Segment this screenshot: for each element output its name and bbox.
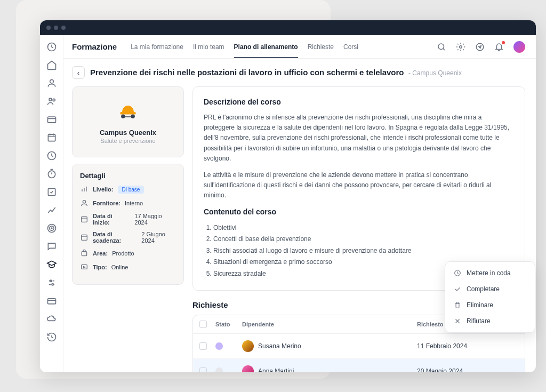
tab-training-plan[interactable]: Piano di allenamento	[234, 43, 298, 58]
tab-courses[interactable]: Corsi	[343, 43, 358, 51]
content-item: Obiettivi	[213, 222, 514, 234]
brand-title: Formazione	[72, 42, 117, 51]
due-label: Data di scadenza:	[93, 231, 137, 244]
details-card: Dettagli Livello: Di base Fornitore: Int…	[72, 164, 184, 285]
description-para1: PRL è l'acronimo che si riferisce alla p…	[204, 113, 514, 164]
trash-icon	[454, 301, 461, 309]
svg-point-3	[53, 99, 55, 101]
menu-complete[interactable]: Completare	[448, 281, 532, 297]
area-label: Area:	[93, 250, 108, 257]
check-square-icon[interactable]	[46, 187, 57, 197]
row-checkbox[interactable]	[199, 342, 207, 350]
tab-my-team[interactable]: Il mio team	[193, 43, 224, 51]
select-all-checkbox[interactable]	[199, 321, 207, 328]
menu-label: Eliminare	[467, 301, 493, 309]
details-title: Dettagli	[80, 172, 176, 180]
area-value: Prodotto	[112, 250, 134, 257]
start-value: 17 Maggio 2024	[134, 213, 176, 226]
svg-point-17	[476, 43, 484, 51]
svg-point-21	[83, 201, 85, 203]
svg-rect-23	[82, 235, 87, 240]
menu-label: Rifiutare	[467, 317, 491, 325]
status-indicator	[215, 342, 223, 350]
menu-delete[interactable]: Eliminare	[448, 297, 532, 313]
home-icon[interactable]	[46, 60, 57, 70]
due-value: 2 Giugno 2024	[141, 231, 176, 244]
svg-rect-4	[47, 117, 55, 123]
graduation-icon[interactable]	[46, 259, 57, 270]
window-control-max[interactable]	[61, 26, 66, 30]
content-item: Rischi associati al luogo di lavoro e mi…	[213, 245, 514, 257]
target-icon[interactable]	[46, 223, 57, 234]
svg-rect-5	[48, 134, 55, 141]
window-control-close[interactable]	[46, 26, 51, 30]
content-item: Concetti di base della prevenzione	[213, 234, 514, 245]
svg-point-20	[131, 115, 135, 118]
notification-dot	[502, 41, 505, 44]
svg-rect-18	[120, 112, 135, 115]
col-employee: Dipendente	[242, 321, 417, 327]
settings-nav-icon[interactable]	[46, 277, 57, 288]
back-button[interactable]: ‹	[72, 66, 85, 79]
menu-reject[interactable]: Rifiutare	[448, 313, 532, 329]
compass-icon[interactable]	[475, 42, 485, 52]
chart-icon[interactable]	[46, 205, 57, 215]
tab-my-training[interactable]: La mia formazione	[131, 43, 183, 51]
user-icon[interactable]	[46, 78, 57, 89]
cloud-icon[interactable]	[46, 314, 57, 324]
content-heading: Contenuto del corso	[204, 207, 514, 216]
request-date: 20 Maggio 2024	[417, 367, 502, 372]
row-checkbox[interactable]	[199, 367, 207, 372]
type-icon	[80, 263, 89, 271]
description-card: Descrizione del corso PRL è l'acronimo c…	[192, 86, 525, 291]
svg-point-19	[121, 115, 125, 118]
type-label: Tipo:	[93, 264, 107, 270]
menu-label: Mettere in coda	[467, 269, 511, 277]
supplier-value: Interno	[125, 200, 143, 206]
col-status: Stato	[215, 321, 242, 327]
search-icon[interactable]	[437, 42, 446, 52]
bell-icon[interactable]	[494, 42, 504, 52]
type-value: Online	[111, 264, 129, 270]
svg-rect-24	[82, 252, 86, 256]
provider-category: Salute e prevenzione	[81, 138, 175, 144]
level-badge: Di base	[118, 186, 144, 194]
supplier-icon	[80, 199, 89, 207]
table-row[interactable]: Susana Merino 11 Febbraio 2024	[193, 334, 525, 359]
calendar-icon[interactable]	[46, 132, 57, 143]
check-icon	[454, 285, 461, 293]
svg-point-16	[460, 45, 462, 48]
card-icon[interactable]	[46, 295, 57, 306]
top-bar: Formazione La mia formazione Il mio team…	[63, 35, 536, 59]
hardhat-icon	[116, 100, 140, 123]
svg-point-15	[438, 44, 444, 50]
table-row[interactable]: Anna Martini 20 Maggio 2024	[193, 359, 525, 372]
supplier-label: Fornitore:	[93, 200, 121, 206]
start-date-icon	[80, 215, 89, 223]
window-control-min[interactable]	[54, 26, 58, 30]
side-navigation	[40, 35, 63, 372]
svg-point-2	[49, 98, 52, 101]
window-titlebar	[40, 20, 536, 35]
chat-icon[interactable]	[46, 241, 57, 252]
employee-name: Susana Merino	[258, 342, 301, 350]
close-icon	[454, 317, 461, 325]
user-avatar[interactable]	[513, 41, 525, 53]
logo-icon[interactable]	[46, 42, 57, 52]
svg-point-1	[50, 79, 53, 83]
level-label: Livello:	[93, 186, 114, 193]
svg-rect-22	[82, 217, 87, 222]
tab-requests[interactable]: Richieste	[308, 43, 334, 51]
page-subtitle: - Campus Queenix	[408, 69, 462, 77]
menu-queue[interactable]: Mettere in coda	[448, 265, 532, 281]
users-icon[interactable]	[46, 96, 57, 107]
provider-name: Campus Queenix	[81, 129, 175, 137]
timer-icon[interactable]	[46, 169, 57, 179]
history-icon[interactable]	[46, 332, 57, 342]
folder-icon[interactable]	[46, 114, 57, 125]
level-icon	[80, 185, 89, 194]
row-context-menu: Mettere in coda Completare Eliminare Rif…	[445, 261, 535, 333]
employee-avatar	[242, 340, 254, 352]
settings-icon[interactable]	[456, 42, 465, 52]
clock-icon[interactable]	[46, 150, 57, 161]
